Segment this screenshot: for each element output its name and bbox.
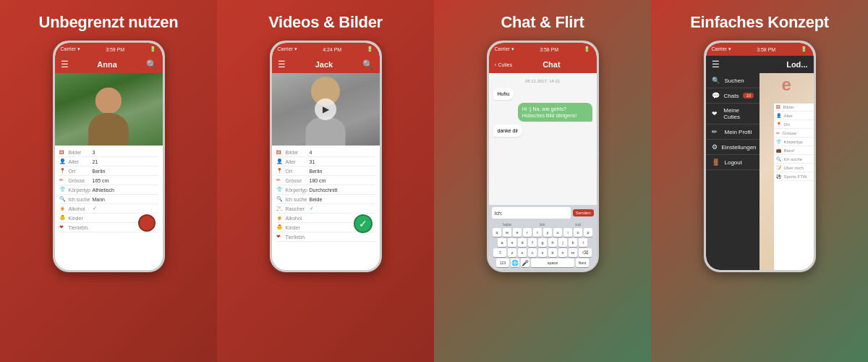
phone-3: Carrier ▾ 3:58 PM 🔋 ‹ Cuties Chat 28.11.… <box>487 41 599 272</box>
menu-icon-2: ☰ <box>278 59 286 70</box>
menu-item-suchen[interactable]: 🔍 Suchen <box>706 73 760 88</box>
carrier-3: Carrier ▾ <box>495 46 514 52</box>
send-button[interactable]: Senden <box>573 209 594 216</box>
time-3: 3:58 PM <box>540 47 558 52</box>
profile-photo-1 <box>55 73 163 146</box>
message-1: Huhu <box>493 88 514 100</box>
profile-photo-2: ▶ <box>272 73 380 146</box>
status-bar-3: Carrier ▾ 3:58 PM 🔋 <box>489 43 597 56</box>
nav-title-3: Chat <box>542 60 560 69</box>
chat-menu-icon: 💬 <box>712 92 720 99</box>
face-silhouette-1 <box>83 84 134 146</box>
panel-videos: Videos & Bilder Carrier ▾ 4:24 PM 🔋 ☰ Ja… <box>217 0 434 362</box>
status-bar-2: Carrier ▾ 4:24 PM 🔋 <box>272 43 380 56</box>
side-stats-panel: 🖼Bilder 👤Alter 📍Ort ✏Grösse 👕Körpertyp 💼… <box>774 104 814 270</box>
panel-1-title: Unbegrenzt nutzen <box>39 13 179 32</box>
status-bar-1: Carrier ▾ 3:59 PM 🔋 <box>55 43 163 56</box>
panel-unbegrenzt: Unbegrenzt nutzen Carrier ▾ 3:59 PM 🔋 ☰ … <box>0 0 217 362</box>
pencil-menu-icon: ✏ <box>712 128 720 135</box>
battery-3: 🔋 <box>584 46 590 52</box>
keyboard-row-1: qwer tyui op <box>490 228 595 237</box>
menu-item-profil[interactable]: ✏ Mein Profil <box>706 125 760 140</box>
menu-item-einstellungen[interactable]: ⚙ Einstellungen <box>706 140 760 155</box>
logout-menu-icon: 🚪 <box>712 159 720 166</box>
back-icon-3: ‹ Cuties <box>495 62 513 68</box>
panel-chat: Chat & Flirt Carrier ▾ 3:58 PM 🔋 ‹ Cutie… <box>434 0 651 362</box>
profile-stats-2: 🖼Bilder4 👤Alter31 📍OrtBerlin ✏Grösse180 … <box>272 146 380 270</box>
chat-messages: 28.11.2017, 14:21 Huhu Hi :) Na, wie geh… <box>489 73 597 205</box>
message-2: Hi :) Na, wie gehts? Hübsches Bild übrig… <box>518 103 592 122</box>
battery-1: 🔋 <box>150 46 156 52</box>
menu-item-cuties[interactable]: ❤ Meine Cuties <box>706 104 760 125</box>
menu-screen: 🔍 Suchen 💬 Chats 10 ❤ Meine Cuties ✏ <box>706 73 760 270</box>
search-menu-icon: 🔍 <box>712 77 720 84</box>
panel-2-title: Videos & Bilder <box>268 13 383 32</box>
message-3: danke dir <box>493 125 523 137</box>
keyboard-row-2: asdf ghjk l <box>490 238 595 247</box>
search-icon-1: 🔍 <box>146 59 157 70</box>
menu-icon-1: ☰ <box>61 59 69 70</box>
panel-4-title: Einfaches Konzept <box>690 13 829 32</box>
menu-item-chats[interactable]: 💬 Chats 10 <box>706 88 760 104</box>
chat-date: 28.11.2017, 14:21 <box>493 79 592 83</box>
gear-menu-icon: ⚙ <box>712 143 718 151</box>
chat-screen: 28.11.2017, 14:21 Huhu Hi :) Na, wie geh… <box>489 73 597 270</box>
carrier-4: Carrier ▾ <box>712 46 731 52</box>
keyboard: habe bin Iud qwer tyui op asdf ghjk l <box>489 221 597 270</box>
nav-title-1: Anna <box>97 60 117 69</box>
menu-item-logout[interactable]: 🚪 Logout <box>706 155 760 170</box>
keyboard-row-4: 123 🌐 🎤 space Next <box>490 258 595 267</box>
profile-stats-1: 🖼Bilder3 👤Alter21 📍OrtBerlin ✏Grösse165 … <box>55 146 163 270</box>
battery-4: 🔋 <box>801 46 807 52</box>
search-icon-2: 🔍 <box>362 59 373 70</box>
phone-1: Carrier ▾ 3:59 PM 🔋 ☰ Anna 🔍 <box>53 41 165 272</box>
time-1: 3:59 PM <box>106 47 124 52</box>
time-2: 4:24 PM <box>323 47 341 52</box>
nav-bar-1: ☰ Anna 🔍 <box>55 56 163 73</box>
nav-title-2: Jack <box>315 60 333 69</box>
status-bar-4: Carrier ▾ 3:58 PM 🔋 <box>706 43 814 56</box>
menu-icon-4: ☰ <box>712 59 720 70</box>
chat-input-area: Ich: Senden <box>489 205 597 221</box>
panel-konzept: Einfaches Konzept Carrier ▾ 3:58 PM 🔋 ☰ … <box>651 0 868 362</box>
battery-2: 🔋 <box>367 46 373 52</box>
carrier-1: Carrier ▾ <box>61 46 80 52</box>
carrier-2: Carrier ▾ <box>278 46 297 52</box>
nav-title-4: Lod... <box>786 60 807 69</box>
panel-3-title: Chat & Flirt <box>501 13 584 32</box>
phone-4: Carrier ▾ 3:58 PM 🔋 ☰ Lod... 🔍 Suchen 💬 … <box>704 41 816 272</box>
play-button-2[interactable]: ▶ <box>315 98 336 120</box>
heart-menu-icon: ❤ <box>712 110 720 117</box>
keyboard-row-3: ⇧ zxcv bnm ⌫ <box>490 248 595 257</box>
time-4: 3:58 PM <box>757 47 775 52</box>
nav-bar-4: ☰ Lod... <box>706 56 814 73</box>
person-1 <box>83 84 134 146</box>
nav-bar-2: ☰ Jack 🔍 <box>272 56 380 73</box>
phone-2: Carrier ▾ 4:24 PM 🔋 ☰ Jack 🔍 ▶ 🖼Bilder4 … <box>270 41 382 272</box>
nav-bar-3: ‹ Cuties Chat <box>489 56 597 73</box>
chat-input[interactable]: Ich: <box>492 207 571 219</box>
